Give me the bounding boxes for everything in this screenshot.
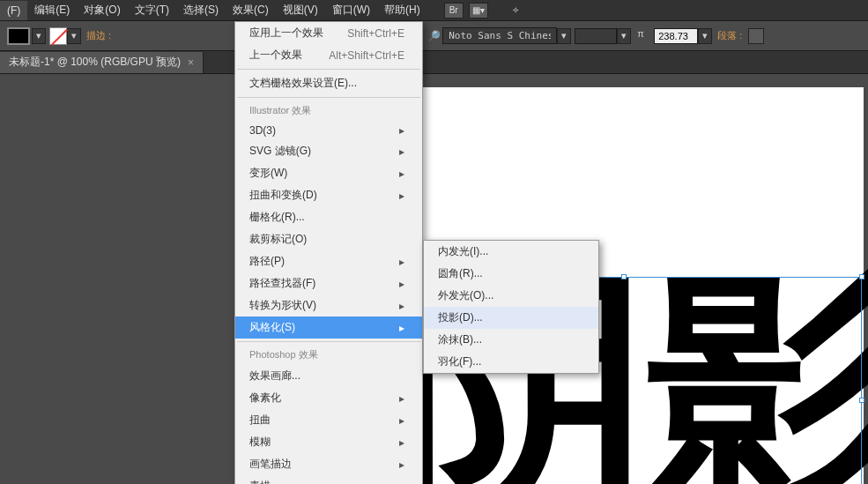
tab-strip: 未标题-1* @ 100% (RGB/GPU 预览) × <box>0 51 868 74</box>
menu-last-effect[interactable]: 上一个效果Alt+Shift+Ctrl+E <box>235 44 422 66</box>
align-left-icon[interactable] <box>748 28 764 44</box>
menubar: (F) 编辑(E) 对象(O) 文字(T) 选择(S) 效果(C) 视图(V) … <box>0 0 868 21</box>
menu-distort-ps[interactable]: 扭曲▸ <box>235 409 422 431</box>
search-font-icon: 🔎 <box>427 30 441 42</box>
menu-view[interactable]: 视图(V) <box>276 0 325 21</box>
bridge-icon[interactable]: Br <box>444 3 464 19</box>
font-size-icon: π <box>637 28 653 44</box>
font-family-input[interactable] <box>442 27 557 44</box>
menu-heading-illustrator: Illustrator 效果 <box>235 101 422 121</box>
feedback-icon[interactable]: ✧ <box>506 3 525 19</box>
submenu-round-corners[interactable]: 圆角(R)... <box>424 263 598 285</box>
submenu-inner-glow[interactable]: 内发光(I)... <box>424 241 598 263</box>
menu-file[interactable]: (F) <box>0 1 27 20</box>
font-style-dropdown[interactable]: ▾ <box>617 28 631 44</box>
submenu-outer-glow[interactable]: 外发光(O)... <box>424 285 598 307</box>
menu-sketch[interactable]: 素描▸ <box>235 475 422 484</box>
menu-path[interactable]: 路径(P)▸ <box>235 250 422 272</box>
font-size-dropdown[interactable]: ▾ <box>698 28 712 44</box>
para-label: 段落 : <box>717 29 742 42</box>
stroke-swatch[interactable] <box>49 27 67 45</box>
stroke-dropdown[interactable]: ▾ <box>67 28 81 44</box>
menu-edit[interactable]: 编辑(E) <box>27 0 77 21</box>
tab-close-icon[interactable]: × <box>188 56 194 69</box>
stylize-submenu: 内发光(I)... 圆角(R)... 外发光(O)... 投影(D)... 涂抹… <box>423 240 599 374</box>
menu-pixelate[interactable]: 像素化▸ <box>235 387 422 409</box>
menu-convert-to-shape[interactable]: 转换为形状(V)▸ <box>235 294 422 316</box>
document-tab[interactable]: 未标题-1* @ 100% (RGB/GPU 预览) × <box>0 52 204 73</box>
menu-type[interactable]: 文字(T) <box>128 0 176 21</box>
menu-window[interactable]: 窗口(W) <box>325 0 377 21</box>
layout-icon[interactable]: ▦▾ <box>469 3 488 19</box>
menu-3d[interactable]: 3D(3)▸ <box>235 121 422 140</box>
menu-document-raster-settings[interactable]: 文档栅格效果设置(E)... <box>235 72 422 94</box>
menu-help[interactable]: 帮助(H) <box>377 0 427 21</box>
menu-object[interactable]: 对象(O) <box>77 0 127 21</box>
effects-menu-dropdown: 应用上一个效果Shift+Ctrl+E 上一个效果Alt+Shift+Ctrl+… <box>234 21 423 484</box>
submenu-feather[interactable]: 羽化(F)... <box>424 351 598 373</box>
menu-warp[interactable]: 变形(W)▸ <box>235 162 422 184</box>
font-family-dropdown[interactable]: ▾ <box>557 28 571 44</box>
menu-brush-strokes[interactable]: 画笔描边▸ <box>235 453 422 475</box>
tab-title: 未标题-1* @ 100% (RGB/GPU 预览) <box>9 55 181 70</box>
menu-select[interactable]: 选择(S) <box>176 0 226 21</box>
menu-distort-transform[interactable]: 扭曲和变换(D)▸ <box>235 184 422 206</box>
fill-dropdown[interactable]: ▾ <box>32 28 46 44</box>
submenu-scribble[interactable]: 涂抹(B)... <box>424 329 598 351</box>
menu-blur[interactable]: 模糊▸ <box>235 431 422 453</box>
menu-crop-marks[interactable]: 裁剪标记(O) <box>235 228 422 250</box>
menu-svg-filters[interactable]: SVG 滤镜(G)▸ <box>235 140 422 162</box>
menu-heading-photoshop: Photoshop 效果 <box>235 345 422 365</box>
fill-swatch[interactable] <box>7 27 30 45</box>
menu-pathfinder[interactable]: 路径查找器(F)▸ <box>235 272 422 294</box>
menu-apply-last-effect[interactable]: 应用上一个效果Shift+Ctrl+E <box>235 22 422 44</box>
options-bar: ▾ ▾ 描边 : 字符 : 🔎 ▾ ▾ π ▾ 段落 : <box>0 21 868 51</box>
menu-rasterize[interactable]: 栅格化(R)... <box>235 206 422 228</box>
font-size-input[interactable] <box>654 28 698 44</box>
menu-stylize-ai[interactable]: 风格化(S)▸ <box>235 316 422 339</box>
stroke-label: 描边 : <box>86 29 111 42</box>
menu-effect[interactable]: 效果(C) <box>226 0 276 21</box>
submenu-drop-shadow[interactable]: 投影(D)... <box>424 307 598 329</box>
menu-effect-gallery[interactable]: 效果画廊... <box>235 365 422 387</box>
font-style-input[interactable] <box>575 28 617 44</box>
